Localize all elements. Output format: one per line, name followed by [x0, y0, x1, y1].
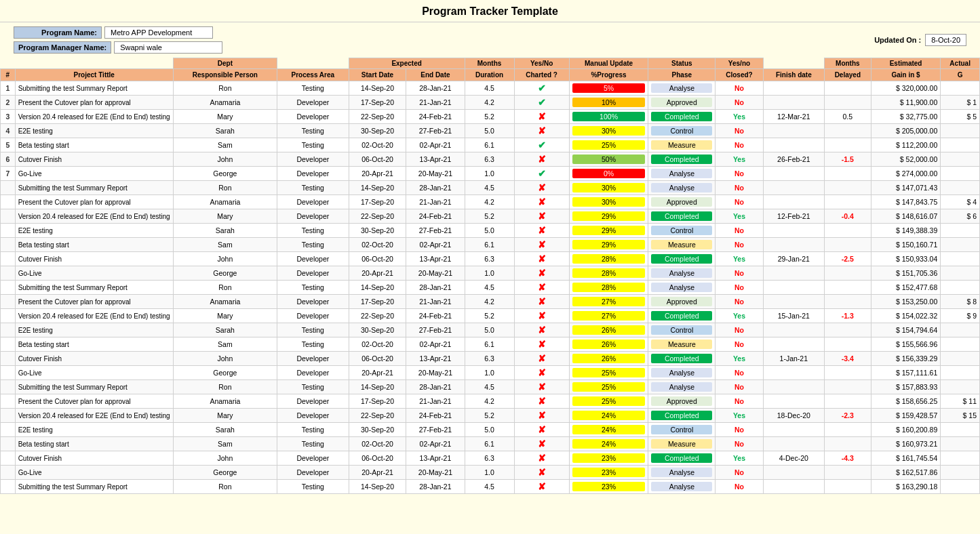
- area: Developer: [277, 96, 349, 110]
- duration: 4.5: [465, 380, 514, 394]
- charted: ✔: [514, 96, 569, 110]
- closed: Yes: [716, 409, 764, 423]
- end-date: 27-Feb-21: [406, 423, 465, 437]
- closed: No: [716, 167, 764, 181]
- project-title: Go-Live: [15, 366, 173, 380]
- duration: 6.1: [465, 337, 514, 352]
- charted: ✘: [514, 124, 569, 138]
- charted: ✘: [514, 394, 569, 409]
- charted: ✘: [514, 366, 569, 380]
- person: Anamaria: [173, 394, 277, 409]
- person: John: [173, 252, 277, 266]
- project-title: Present the Cutover plan for approval: [15, 195, 173, 209]
- start-date: 14-Sep-20: [349, 380, 406, 394]
- closed: No: [716, 181, 764, 195]
- group-status: Status: [648, 58, 716, 69]
- finish-date: 18-Dec-20: [763, 409, 824, 423]
- end-date: 24-Feb-21: [406, 409, 465, 423]
- page-wrapper: Program Tracker Template Program Name: M…: [0, 0, 980, 534]
- start-date: 30-Sep-20: [349, 323, 406, 337]
- gain: $ 158,656.25: [871, 394, 940, 409]
- group-months2: Months: [824, 58, 871, 69]
- table-row: E2E testingSarahTesting30-Sep-2027-Feb-2…: [1, 423, 980, 437]
- project-title: Version 20.4 released for E2E (End to En…: [15, 309, 173, 323]
- group-empty2: [15, 58, 173, 69]
- start-date: 22-Sep-20: [349, 110, 406, 124]
- delayed: -2.3: [824, 409, 871, 423]
- delayed: -4.3: [824, 451, 871, 466]
- header-end: End Date: [406, 69, 465, 81]
- closed: No: [716, 323, 764, 337]
- start-date: 20-Apr-21: [349, 466, 406, 480]
- duration: 6.3: [465, 152, 514, 167]
- person: Sam: [173, 138, 277, 152]
- progress: 30%: [569, 124, 648, 138]
- project-title: Go-Live: [15, 466, 173, 480]
- charted: ✔: [514, 138, 569, 152]
- charted: ✘: [514, 451, 569, 466]
- duration: 5.0: [465, 323, 514, 337]
- actual: $ 4: [941, 195, 980, 209]
- progress: 30%: [569, 181, 648, 195]
- charted: ✘: [514, 152, 569, 167]
- program-name-field: Program Name: Metro APP Development: [14, 26, 222, 39]
- delayed: 0.5: [824, 110, 871, 124]
- phase: Approved: [648, 195, 716, 209]
- finish-date: [763, 124, 824, 138]
- table-row: Present the Cutover plan for approvalAna…: [1, 394, 980, 409]
- project-title: Submitting the test Summary Report: [15, 181, 173, 195]
- person: George: [173, 167, 277, 181]
- delayed: [824, 124, 871, 138]
- closed: No: [716, 238, 764, 252]
- charted: ✘: [514, 181, 569, 195]
- progress: 26%: [569, 323, 648, 337]
- person: Sarah: [173, 124, 277, 138]
- project-title: Beta testing start: [15, 437, 173, 451]
- start-date: 30-Sep-20: [349, 224, 406, 238]
- charted: ✔: [514, 167, 569, 181]
- finish-date: [763, 167, 824, 181]
- delayed: -0.4: [824, 209, 871, 224]
- charted: ✔: [514, 81, 569, 96]
- project-title: Cutover Finish: [15, 451, 173, 466]
- end-date: 21-Jan-21: [406, 394, 465, 409]
- closed: No: [716, 124, 764, 138]
- gain: $ 112,200.00: [871, 138, 940, 152]
- gain: $ 32,775.00: [871, 110, 940, 124]
- charted: ✘: [514, 409, 569, 423]
- start-date: 20-Apr-21: [349, 167, 406, 181]
- row-num: [1, 281, 16, 295]
- delayed: -1.3: [824, 309, 871, 323]
- duration: 5.0: [465, 224, 514, 238]
- area: Developer: [277, 295, 349, 309]
- person: Ron: [173, 281, 277, 295]
- area: Testing: [277, 224, 349, 238]
- charted: ✘: [514, 437, 569, 451]
- finish-date: [763, 138, 824, 152]
- phase: Completed: [648, 209, 716, 224]
- finish-date: [763, 394, 824, 409]
- header-left: Program Name: Metro APP Development Prog…: [14, 26, 222, 54]
- table-row: 5Beta testing startSamTesting02-Oct-2002…: [1, 138, 980, 152]
- start-date: 06-Oct-20: [349, 352, 406, 366]
- area: Testing: [277, 81, 349, 96]
- group-expected: Expected: [349, 58, 465, 69]
- closed: Yes: [716, 152, 764, 167]
- gain: $ 153,250.00: [871, 295, 940, 309]
- project-title: Present the Cutover plan for approval: [15, 96, 173, 110]
- gain: $ 161,745.54: [871, 451, 940, 466]
- delayed: [824, 366, 871, 380]
- person: George: [173, 266, 277, 281]
- actual: $ 1: [941, 96, 980, 110]
- end-date: 27-Feb-21: [406, 323, 465, 337]
- progress: 23%: [569, 480, 648, 494]
- actual: $ 8: [941, 295, 980, 309]
- end-date: 27-Feb-21: [406, 224, 465, 238]
- area: Developer: [277, 451, 349, 466]
- gain: $ 151,705.36: [871, 266, 940, 281]
- phase: Analyse: [648, 480, 716, 494]
- area: Developer: [277, 394, 349, 409]
- phase: Measure: [648, 238, 716, 252]
- progress: 24%: [569, 409, 648, 423]
- person: Sarah: [173, 323, 277, 337]
